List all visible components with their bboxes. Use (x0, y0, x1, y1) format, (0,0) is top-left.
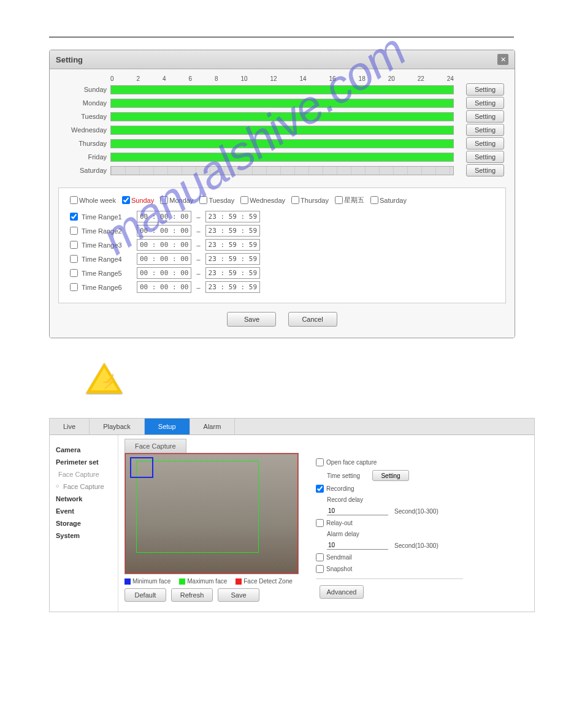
sidebar-item-system[interactable]: System (56, 529, 112, 542)
row-setting-button[interactable]: Setting (466, 97, 504, 109)
day-check-Sunday[interactable]: Sunday (122, 196, 154, 204)
sidebar-item-face-capture[interactable]: Face Capture (56, 480, 112, 493)
app-window: LivePlaybackSetupAlarm CameraPerimeter s… (49, 418, 535, 612)
row-setting-button[interactable]: Setting (466, 110, 504, 123)
time-from[interactable]: 00 : 00 : 00 (137, 225, 191, 237)
sidebar: CameraPerimeter setFace CaptureFace Capt… (50, 435, 118, 612)
time-to[interactable]: 23 : 59 : 59 (205, 253, 260, 265)
subtab-face-capture[interactable]: Face Capture (124, 439, 186, 453)
row-setting-button[interactable]: Setting (466, 124, 504, 136)
legend: Minimum face Maximum face Face Detect Zo… (124, 578, 299, 585)
day-label: Tuesday (58, 113, 110, 120)
time-range-row: Time Range100 : 00 : 00–23 : 59 : 59 (70, 211, 494, 222)
relay-out-check[interactable] (316, 519, 324, 527)
time-range-check[interactable] (70, 227, 78, 235)
default-button[interactable]: Default (124, 588, 166, 602)
time-from[interactable]: 00 : 00 : 00 (137, 253, 191, 265)
day-label: Thursday (58, 140, 110, 147)
minimum-face-box[interactable] (130, 457, 153, 478)
schedule-bar[interactable] (110, 166, 454, 175)
time-to[interactable]: 23 : 59 : 59 (205, 281, 260, 293)
time-from[interactable]: 00 : 00 : 00 (137, 239, 191, 251)
record-delay-input[interactable] (327, 507, 388, 515)
time-range-check[interactable] (70, 269, 78, 277)
sidebar-item-network[interactable]: Network (56, 493, 112, 505)
refresh-button[interactable]: Refresh (171, 588, 213, 602)
time-setting-button[interactable]: Setting (372, 470, 409, 481)
schedule-bar[interactable] (110, 153, 454, 162)
schedule-row-friday: FridaySetting (58, 151, 506, 163)
save-button[interactable]: Save (227, 312, 276, 327)
sidebar-item-camera[interactable]: Camera (56, 444, 112, 456)
time-range-check[interactable] (70, 283, 78, 291)
day-label: Saturday (58, 167, 110, 174)
row-setting-button[interactable]: Setting (466, 164, 504, 176)
advanced-button[interactable]: Advanced (320, 585, 364, 599)
maximum-face-box[interactable] (136, 461, 259, 553)
time-range-check[interactable] (70, 213, 78, 221)
day-check-星期五[interactable]: 星期五 (335, 195, 364, 205)
save-button-2[interactable]: Save (218, 588, 259, 602)
sidebar-item-event[interactable]: Event (56, 505, 112, 517)
day-check-Tuesday[interactable]: Tuesday (199, 196, 234, 204)
schedule-bar[interactable] (110, 126, 454, 135)
open-face-capture-check[interactable] (316, 458, 324, 466)
schedule-row-thursday: ThursdaySetting (58, 137, 506, 150)
row-setting-button[interactable]: Setting (466, 137, 504, 150)
sidebar-item-storage[interactable]: Storage (56, 517, 112, 529)
warning-icon: ⚡ (86, 363, 514, 393)
time-range-row: Time Range200 : 00 : 00–23 : 59 : 59 (70, 225, 494, 237)
tab-live[interactable]: Live (50, 419, 90, 434)
day-label: Monday (58, 99, 110, 107)
time-range-check[interactable] (70, 241, 78, 249)
page-divider (49, 37, 514, 37)
day-label: Wednesday (58, 126, 110, 134)
schedule-row-tuesday: TuesdaySetting (58, 110, 506, 123)
main-tabs: LivePlaybackSetupAlarm (50, 419, 534, 435)
day-label: Sunday (58, 86, 110, 93)
time-range-row: Time Range300 : 00 : 00–23 : 59 : 59 (70, 239, 494, 251)
sendmail-check[interactable] (316, 553, 324, 561)
schedule-row-sunday: SundaySetting (58, 83, 506, 96)
day-label: Friday (58, 153, 110, 161)
time-from[interactable]: 00 : 00 : 00 (137, 211, 191, 222)
schedule-row-wednesday: WednesdaySetting (58, 124, 506, 136)
dialog-title: Setting (56, 55, 83, 64)
schedule-bar[interactable] (110, 139, 454, 148)
sidebar-item-perimeter-set[interactable]: Perimeter set (56, 456, 112, 468)
schedule-row-saturday: SaturdaySetting (58, 164, 506, 176)
time-from[interactable]: 00 : 00 : 00 (137, 267, 191, 279)
video-preview[interactable] (124, 453, 299, 574)
day-check-Wednesday[interactable]: Wednesday (240, 196, 285, 204)
day-check-Whole week[interactable]: Whole week (70, 196, 116, 204)
schedule-row-monday: MondaySetting (58, 97, 506, 109)
schedule-bar[interactable] (110, 99, 454, 108)
time-range-check[interactable] (70, 255, 78, 263)
schedule-dialog: Setting ✕ 0 2 4 6 8 10 12 14 16 18 20 22… (49, 50, 515, 338)
schedule-bar[interactable] (110, 112, 454, 121)
day-check-Thursday[interactable]: Thursday (291, 196, 329, 204)
snapshot-check[interactable] (316, 565, 324, 573)
time-from[interactable]: 00 : 00 : 00 (137, 281, 191, 293)
day-check-Saturday[interactable]: Saturday (370, 196, 407, 204)
tab-playback[interactable]: Playback (90, 419, 145, 434)
sidebar-item-face-capture[interactable]: Face Capture (56, 468, 112, 480)
day-check-Monday[interactable]: Monday (160, 196, 193, 204)
time-to[interactable]: 23 : 59 : 59 (205, 239, 260, 251)
schedule-bar[interactable] (110, 85, 454, 94)
cancel-button[interactable]: Cancel (288, 312, 337, 327)
tab-setup[interactable]: Setup (145, 419, 190, 434)
time-to[interactable]: 23 : 59 : 59 (205, 267, 260, 279)
hour-axis: 0 2 4 6 8 10 12 14 16 18 20 22 24 (110, 75, 454, 82)
time-range-row: Time Range500 : 00 : 00–23 : 59 : 59 (70, 267, 494, 279)
options-panel: Open face capture Time settingSetting Re… (316, 453, 463, 599)
time-to[interactable]: 23 : 59 : 59 (205, 211, 260, 222)
recording-check[interactable] (316, 485, 324, 493)
day-selector: Whole weekSundayMondayTuesdayWednesdayTh… (70, 195, 494, 205)
time-to[interactable]: 23 : 59 : 59 (205, 225, 260, 237)
alarm-delay-input[interactable] (327, 541, 388, 550)
row-setting-button[interactable]: Setting (466, 83, 504, 96)
row-setting-button[interactable]: Setting (466, 151, 504, 163)
close-icon[interactable]: ✕ (497, 54, 508, 65)
tab-alarm[interactable]: Alarm (190, 419, 236, 434)
